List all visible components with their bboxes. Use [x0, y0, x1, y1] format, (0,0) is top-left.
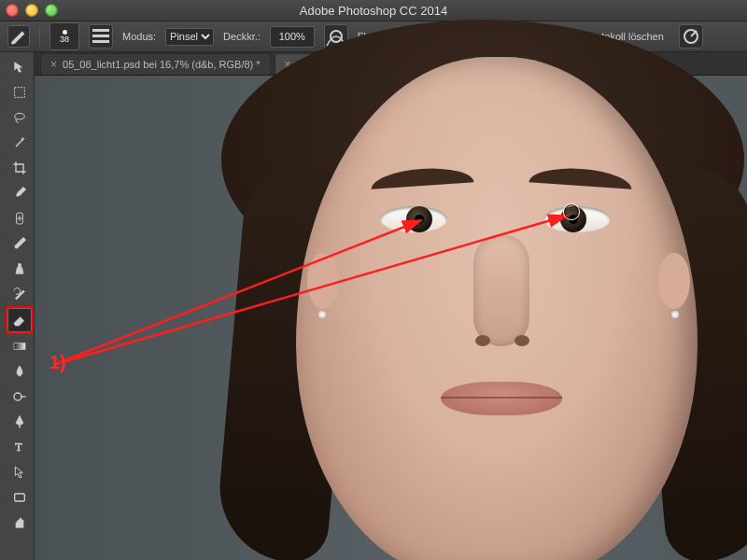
crop-tool[interactable]: [8, 157, 31, 179]
tab-label: 05_08_licht1.psd bei 16,7% (d&b, RGB/8) …: [63, 59, 261, 70]
brush-preset-picker[interactable]: 38: [49, 22, 79, 50]
svg-rect-17: [15, 494, 25, 501]
blur-tool[interactable]: [8, 360, 31, 383]
tablet-pressure-size-toggle[interactable]: [679, 24, 703, 49]
mode-select[interactable]: Pinsel: [165, 28, 214, 46]
active-tool-icon[interactable]: [7, 25, 30, 48]
photo-eye-left: [380, 206, 447, 232]
hand-tool[interactable]: [8, 511, 31, 534]
tab-close-icon[interactable]: ×: [50, 58, 57, 71]
eyedropper-tool[interactable]: [8, 182, 31, 204]
photo-nostrils: [470, 335, 535, 354]
window-titlebar: Adobe Photoshop CC 2014: [0, 0, 747, 21]
canvas-area[interactable]: 1): [35, 76, 747, 560]
svg-point-13: [14, 393, 21, 400]
magic-wand-tool[interactable]: [8, 132, 31, 154]
pen-tool[interactable]: [8, 411, 31, 433]
eraser-tool[interactable]: [7, 308, 32, 332]
move-tool[interactable]: [8, 56, 31, 78]
type-tool[interactable]: T: [8, 436, 31, 458]
healing-brush-tool[interactable]: [8, 207, 31, 230]
svg-rect-2: [92, 40, 109, 43]
shape-tool[interactable]: [8, 486, 31, 509]
path-selection-tool[interactable]: [8, 461, 31, 483]
photo-lipline: [441, 397, 562, 399]
annotation-label: 1): [49, 352, 66, 373]
svg-rect-11: [19, 264, 21, 268]
minimize-window-button[interactable]: [25, 4, 38, 17]
window-controls: [6, 4, 58, 17]
document-canvas[interactable]: 1): [35, 76, 747, 560]
photo-earring: [671, 311, 679, 318]
gradient-tool[interactable]: [8, 335, 31, 357]
svg-line-7: [691, 31, 697, 36]
marquee-tool[interactable]: [8, 81, 31, 104]
svg-point-9: [15, 113, 25, 119]
svg-rect-12: [14, 343, 25, 350]
clone-stamp-tool[interactable]: [8, 258, 31, 280]
opacity-input[interactable]: [270, 26, 315, 48]
tab-05_08_licht1[interactable]: × 05_08_licht1.psd bei 16,7% (d&b, RGB/8…: [40, 53, 271, 75]
brush-panel-toggle[interactable]: [89, 24, 113, 49]
app-title: Adobe Photoshop CC 2014: [300, 4, 447, 18]
brush-size-value: 38: [60, 35, 69, 44]
mode-label: Modus:: [122, 31, 156, 42]
svg-text:T: T: [15, 441, 22, 454]
photo-earring: [318, 311, 326, 318]
svg-rect-1: [92, 35, 109, 37]
tools-panel: T: [6, 52, 35, 560]
svg-rect-0: [92, 29, 109, 32]
photo-nose: [473, 234, 529, 346]
photo-ear: [658, 253, 690, 309]
lasso-tool[interactable]: [8, 106, 31, 129]
zoom-window-button[interactable]: [45, 4, 58, 17]
photo-lips: [441, 382, 562, 415]
dodge-tool[interactable]: [8, 385, 31, 408]
svg-rect-8: [15, 88, 25, 98]
opacity-label: Deckkr.:: [223, 31, 261, 42]
brush-tool[interactable]: [8, 232, 31, 255]
photo-eye-right: [543, 206, 611, 232]
close-window-button[interactable]: [6, 4, 19, 17]
history-brush-tool[interactable]: [8, 283, 31, 305]
photo-ear: [307, 253, 339, 309]
